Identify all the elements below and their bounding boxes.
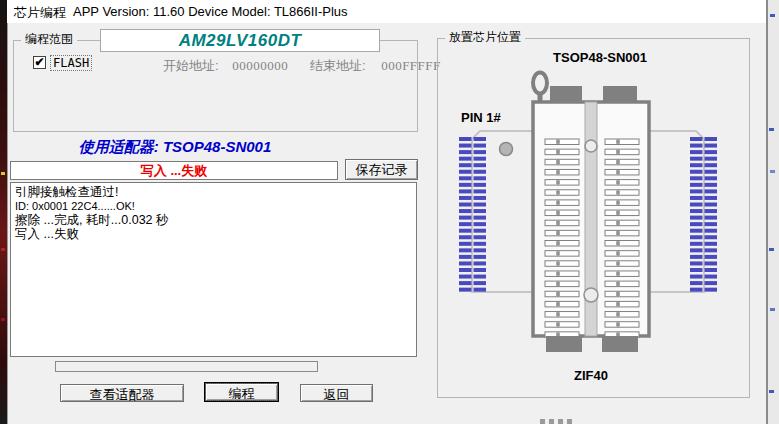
log-line: 写入 ...失败	[15, 227, 412, 242]
app-version-text: APP Version: 11.60 Device Model: TL866II…	[73, 4, 348, 19]
background-window-right-strip	[768, 0, 779, 424]
program-button[interactable]: 编程	[205, 383, 278, 401]
log-line: 擦除 ...完成, 耗时...0.032 秒	[15, 213, 412, 228]
rail-screw-top	[585, 140, 597, 152]
program-button-frame: 编程	[204, 382, 279, 402]
chip-name-banner: AM29LV160DT	[100, 29, 380, 52]
start-address-label: 开始地址:	[163, 58, 219, 73]
flash-checkbox[interactable]: ✔	[33, 56, 46, 69]
background-window-left-strip	[0, 0, 7, 424]
log-textarea[interactable]: 引脚接触检查通过! ID: 0x0001 22C4......OK! 擦除 ..…	[10, 182, 417, 357]
range-groupbox	[13, 40, 418, 132]
log-line: 引脚接触检查通过!	[15, 185, 412, 200]
clipped-background-text	[540, 419, 576, 424]
range-group-label: 编程范围	[21, 33, 77, 46]
socket-lever-icon	[533, 73, 547, 94]
chip-name-text: AM29LV160DT	[179, 31, 302, 50]
end-address-value: 000FFFFF	[381, 58, 441, 73]
end-address-label: 结束地址:	[310, 58, 366, 73]
progress-bar	[55, 361, 318, 372]
save-log-button[interactable]: 保存记录	[345, 159, 418, 180]
adapter-in-use-text: 使用适配器: TSOP48-SN001	[10, 138, 340, 157]
address-range-line: 开始地址: 00000000 结束地址: 000FFFFF	[163, 57, 441, 75]
log-line: ID: 0x0001 22C4......OK!	[15, 200, 412, 213]
view-adapter-button[interactable]: 查看适配器	[60, 384, 184, 402]
start-address-value: 00000000	[232, 58, 288, 73]
socket-foot-left	[546, 336, 582, 352]
zif-socket-graphic	[437, 38, 750, 398]
pin1-marker-dot	[500, 143, 513, 156]
rail-screw-mid	[584, 288, 598, 302]
back-button[interactable]: 返回	[300, 384, 373, 402]
dialog-titlebar: 芯片编程 APP Version: 11.60 Device Model: TL…	[7, 0, 766, 23]
socket-foot-right	[602, 336, 638, 352]
operation-status-text: 写入 ...失败	[141, 163, 207, 178]
dialog-title: 芯片编程	[14, 4, 66, 22]
flash-checkbox-label[interactable]: FLASH	[50, 55, 92, 71]
checkmark-icon: ✔	[34, 55, 44, 69]
operation-status-box: 写入 ...失败	[10, 161, 338, 180]
